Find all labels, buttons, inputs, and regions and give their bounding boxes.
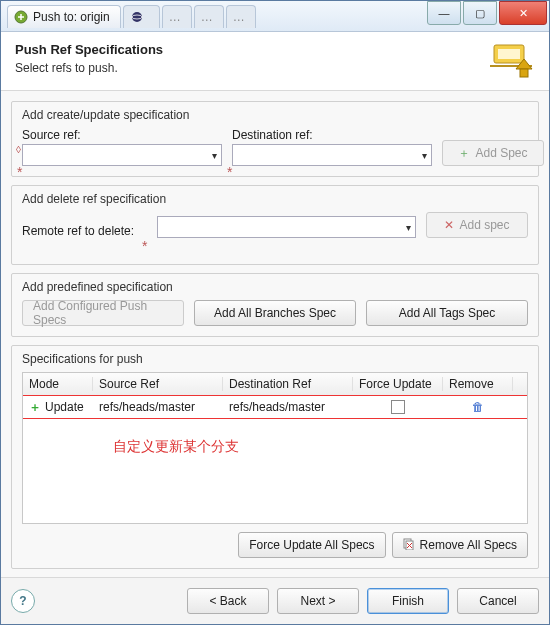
plus-icon: ＋: [458, 145, 470, 162]
asterisk-icon: *: [227, 164, 235, 176]
dialog-body: Add create/update specification Source r…: [1, 91, 549, 577]
titlebar-tab-bg-1[interactable]: [123, 5, 160, 28]
col-source[interactable]: Source Ref: [93, 377, 223, 391]
chevron-down-icon: ▾: [406, 222, 411, 233]
add-all-tags-label: Add All Tags Spec: [399, 306, 496, 320]
cancel-label: Cancel: [479, 594, 516, 608]
group-specs-label: Specifications for push: [22, 352, 528, 366]
help-button[interactable]: ?: [11, 589, 35, 613]
asterisk-icon: *: [17, 164, 25, 176]
page-subtitle: Select refs to push.: [15, 61, 487, 75]
specs-table: Mode Source Ref Destination Ref Force Up…: [22, 372, 528, 524]
svg-rect-6: [520, 69, 528, 77]
add-spec-button[interactable]: ＋ Add Spec: [442, 140, 544, 166]
finish-label: Finish: [392, 594, 424, 608]
add-delete-spec-button[interactable]: ✕ Add spec: [426, 212, 528, 238]
force-all-label: Force Update All Specs: [249, 538, 374, 552]
dest-ref-combo[interactable]: ▾: [232, 144, 432, 166]
annotation-text: 自定义更新某个分支: [23, 418, 527, 456]
push-repo-icon: [487, 42, 535, 82]
remove-all-specs-button[interactable]: Remove All Specs: [392, 532, 528, 558]
titlebar-tab-bg-4[interactable]: …: [226, 5, 256, 28]
add-spec-label: Add Spec: [475, 146, 527, 160]
chevron-down-icon: ▾: [422, 150, 427, 161]
add-all-branches-label: Add All Branches Spec: [214, 306, 336, 320]
trash-icon[interactable]: 🗑: [472, 400, 484, 414]
add-all-branches-spec-button[interactable]: Add All Branches Spec: [194, 300, 356, 326]
maximize-icon: ▢: [475, 7, 485, 20]
source-ref-combo[interactable]: ▾: [22, 144, 222, 166]
specs-table-header: Mode Source Ref Destination Ref Force Up…: [23, 373, 527, 396]
titlebar-tab-bg-2[interactable]: …: [162, 5, 192, 28]
chevron-down-icon: ▾: [212, 150, 217, 161]
cancel-button[interactable]: Cancel: [457, 588, 539, 614]
add-all-tags-spec-button[interactable]: Add All Tags Spec: [366, 300, 528, 326]
maximize-button[interactable]: ▢: [463, 1, 497, 25]
close-button[interactable]: ✕: [499, 1, 547, 25]
row-source: refs/heads/master: [93, 400, 223, 414]
finish-button[interactable]: Finish: [367, 588, 449, 614]
group-specs-for-push: Specifications for push Mode Source Ref …: [11, 345, 539, 569]
add-configured-label: Add Configured Push Specs: [33, 299, 173, 327]
close-icon: ✕: [519, 7, 528, 20]
remove-all-icon: [403, 538, 415, 553]
force-update-checkbox[interactable]: [391, 400, 405, 414]
dialog-window: Push to: origin … … … — ▢ ✕ Push Ref Spe…: [0, 0, 550, 625]
group-predefined-label: Add predefined specification: [22, 280, 528, 294]
back-label: < Back: [209, 594, 246, 608]
next-button[interactable]: Next >: [277, 588, 359, 614]
dialog-footer: ? < Back Next > Finish Cancel: [1, 577, 549, 624]
svg-rect-4: [498, 49, 520, 59]
force-update-all-specs-button[interactable]: Force Update All Specs: [238, 532, 385, 558]
remote-ref-combo[interactable]: ▾: [157, 216, 416, 238]
app-icon: [14, 10, 28, 24]
remove-all-label: Remove All Specs: [420, 538, 517, 552]
x-icon: ✕: [444, 218, 454, 232]
next-label: Next >: [300, 594, 335, 608]
table-row[interactable]: ＋ Update refs/heads/master refs/heads/ma…: [22, 395, 528, 419]
titlebar: Push to: origin … … … — ▢ ✕: [1, 1, 549, 32]
page-title: Push Ref Specifications: [15, 42, 487, 57]
minimize-button[interactable]: —: [427, 1, 461, 25]
col-dest[interactable]: Destination Ref: [223, 377, 353, 391]
source-ref-label: Source ref:: [22, 128, 222, 142]
back-button[interactable]: < Back: [187, 588, 269, 614]
dialog-header: Push Ref Specifications Select refs to p…: [1, 32, 549, 91]
col-force[interactable]: Force Update: [353, 377, 443, 391]
eclipse-icon: [130, 10, 144, 24]
add-configured-push-specs-button[interactable]: Add Configured Push Specs: [22, 300, 184, 326]
dest-ref-label: Destination ref:: [232, 128, 432, 142]
add-delete-spec-label: Add spec: [459, 218, 509, 232]
group-delete-label: Add delete ref specification: [22, 192, 528, 206]
minimize-icon: —: [439, 7, 450, 19]
group-predefined: Add predefined specification Add Configu…: [11, 273, 539, 337]
svg-point-1: [132, 12, 142, 22]
plus-icon: ＋: [29, 399, 41, 416]
window-title: Push to: origin: [33, 10, 110, 24]
remote-ref-label: Remote ref to delete:: [22, 224, 147, 238]
row-dest: refs/heads/master: [223, 400, 353, 414]
group-create-update-label: Add create/update specification: [22, 108, 528, 122]
required-marker-icon: ◊: [16, 144, 24, 156]
titlebar-tab-bg-3[interactable]: …: [194, 5, 224, 28]
col-remove[interactable]: Remove: [443, 377, 513, 391]
asterisk-icon: *: [142, 238, 147, 254]
group-create-update: Add create/update specification Source r…: [11, 101, 539, 177]
row-mode: Update: [45, 400, 84, 414]
titlebar-tab-active[interactable]: Push to: origin: [7, 5, 121, 28]
help-icon: ?: [19, 594, 26, 608]
group-delete: Add delete ref specification Remote ref …: [11, 185, 539, 265]
window-controls: — ▢ ✕: [427, 1, 549, 31]
col-mode[interactable]: Mode: [23, 377, 93, 391]
